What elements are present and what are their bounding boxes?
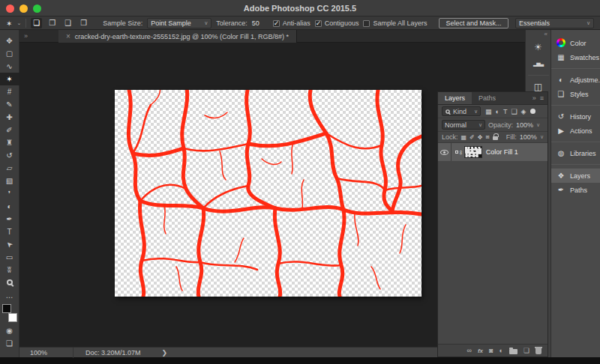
link-layers-icon[interactable]: ∞ — [467, 347, 472, 354]
filter-adjustment-layers-icon[interactable]: ◐ — [496, 108, 500, 115]
toolbar-overflow-icon[interactable]: » — [24, 32, 28, 40]
foreground-background-swatches[interactable] — [0, 303, 20, 323]
workspace-dropdown[interactable]: Essentials ∨ — [515, 18, 594, 28]
document-size-info: Doc: 3.20M/1.07M — [74, 349, 141, 357]
filter-type-layers-icon[interactable]: T — [503, 108, 508, 115]
select-and-mask-button[interactable]: Select and Mask... — [439, 18, 508, 28]
blend-mode-dropdown[interactable]: Normal ∨ — [442, 120, 485, 130]
sample-all-layers-checkbox[interactable]: Sample All Layers — [363, 19, 427, 27]
intersect-selection-button[interactable]: ❒ — [78, 18, 89, 28]
lock-image-icon[interactable]: ✐ — [470, 134, 475, 141]
lock-all-icon[interactable] — [493, 136, 498, 140]
dock-item-swatches[interactable]: ▦ Swatches — [551, 50, 600, 64]
edit-toolbar-button[interactable]: … — [0, 289, 20, 302]
layer-styles-icon[interactable]: fx — [478, 348, 483, 354]
histogram-icon[interactable]: ▂▅▃ — [533, 55, 543, 72]
add-layer-mask-icon[interactable]: ◙ — [489, 347, 493, 354]
filter-smart-objects-icon[interactable]: ◈ — [521, 108, 526, 115]
layer-mask-thumbnail[interactable] — [464, 146, 482, 158]
subtract-from-selection-button[interactable]: ❑ — [62, 18, 74, 28]
status-chevron-icon[interactable]: ❯ — [141, 349, 168, 357]
layer-row-color-fill-1[interactable]: ∞ Color Fill 1 — [438, 143, 548, 161]
rectangle-tool[interactable]: ▭ — [0, 251, 20, 264]
dock-item-libraries[interactable]: ◍ Libraries — [551, 146, 600, 160]
rectangular-marquee-tool[interactable]: ▢ — [0, 47, 20, 60]
blur-tool[interactable]: ❜ — [0, 187, 20, 200]
lock-transparency-icon[interactable]: ▦ — [461, 134, 467, 141]
chevron-down-icon[interactable]: ∨ — [536, 122, 540, 128]
dock-item-label: Layers — [570, 172, 590, 180]
panel-collapse-icon[interactable]: » — [532, 94, 536, 102]
lock-position-icon[interactable]: ✥ — [478, 134, 483, 141]
divider — [551, 142, 600, 142]
panel-menu-icon[interactable]: ≡ — [540, 94, 544, 102]
background-color-swatch[interactable] — [8, 313, 17, 322]
dock-item-paths[interactable]: ✒ Paths — [551, 183, 600, 197]
sun-icon[interactable]: ☀ — [534, 39, 542, 55]
sample-size-dropdown[interactable]: Point Sample ∨ — [147, 18, 212, 28]
foreground-color-swatch[interactable] — [2, 304, 11, 313]
lock-label: Lock: — [442, 133, 458, 141]
divider — [528, 75, 549, 76]
quick-mask-button[interactable]: ◉ — [0, 324, 20, 337]
title-bar: Adobe Photoshop CC 2015.5 — [0, 0, 600, 16]
history-brush-tool[interactable]: ↺ — [0, 149, 20, 162]
pen-tool[interactable]: ✒ — [0, 213, 20, 225]
dock-item-styles[interactable]: ❑ Styles — [551, 87, 600, 101]
lasso-tool[interactable]: ∿ — [0, 60, 20, 73]
document-tab[interactable]: × cracked-dry-earth-texture-2555152.jpg … — [58, 30, 297, 43]
new-layer-icon[interactable]: ❏ — [524, 347, 530, 354]
new-adjustment-layer-icon[interactable]: ◐ — [499, 347, 502, 354]
dock-item-adjustments[interactable]: ◐ Adjustme... — [551, 73, 600, 87]
paths-pen-icon: ✒ — [556, 186, 566, 194]
dock-item-actions[interactable]: ▶ Actions — [551, 124, 600, 138]
zoom-level-field[interactable]: 100% — [20, 348, 74, 358]
eraser-tool[interactable]: ▱ — [0, 162, 20, 175]
eyedropper-tool[interactable]: ✎ — [0, 98, 20, 111]
dodge-tool[interactable]: ◐ — [0, 200, 20, 213]
magic-wand-preset-icon[interactable]: ✶ — [6, 19, 12, 28]
tolerance-input[interactable]: 50 — [252, 19, 260, 27]
tab-paths[interactable]: Paths — [472, 92, 502, 104]
dock-item-color[interactable]: Color — [551, 36, 600, 50]
add-to-selection-button[interactable]: ❐ — [46, 18, 58, 28]
brush-tool[interactable]: ✐ — [0, 124, 20, 136]
clone-stamp-tool[interactable]: ♜ — [0, 136, 20, 149]
crop-tool[interactable]: # — [0, 85, 20, 98]
delete-layer-icon[interactable] — [536, 348, 542, 354]
spot-healing-brush-tool[interactable]: ✚ — [0, 111, 20, 124]
chevron-down-icon[interactable]: ∨ — [540, 134, 544, 140]
move-tool[interactable]: ✥ — [0, 34, 20, 47]
kind-filter-dropdown[interactable]: Kind ∨ — [442, 106, 481, 116]
screen-mode-button[interactable]: ❏ — [0, 337, 20, 350]
expand-panels-icon[interactable]: « — [544, 30, 550, 39]
filter-shape-layers-icon[interactable]: ❑ — [511, 108, 517, 115]
magic-wand-tool[interactable]: ✶ — [0, 73, 20, 85]
contiguous-checkbox[interactable]: Contiguous — [315, 19, 359, 27]
lock-fill-row: Lock: ▦ ✐ ✥ ⧈ Fill: 100% ∨ — [438, 132, 548, 143]
hand-tool[interactable]: ʬ — [0, 264, 20, 276]
gradient-tool[interactable]: ▧ — [0, 175, 20, 187]
canvas[interactable] — [115, 90, 422, 297]
close-tab-icon[interactable]: × — [66, 32, 70, 40]
type-tool[interactable]: T — [0, 225, 20, 238]
new-group-icon[interactable] — [509, 349, 518, 354]
dock-item-layers[interactable]: ❖ Layers — [551, 169, 600, 183]
new-selection-button[interactable]: ❏ — [31, 18, 42, 28]
dock-item-history[interactable]: ↺ History — [551, 109, 600, 124]
fill-value[interactable]: 100% — [520, 133, 537, 141]
layer-name[interactable]: Color Fill 1 — [486, 148, 518, 156]
path-selection-tool[interactable]: ➤ — [0, 238, 20, 251]
panel-dock: Color ▦ Swatches ◐ Adjustme... ❑ Styles … — [550, 30, 600, 357]
filter-toggle[interactable] — [530, 109, 536, 114]
layer-visibility-toggle[interactable] — [438, 143, 452, 161]
libraries-icon: ◍ — [556, 149, 566, 157]
fill-label: Fill: — [506, 133, 517, 141]
opacity-value[interactable]: 100% — [516, 121, 533, 129]
tab-layers[interactable]: Layers — [438, 92, 472, 104]
filter-pixel-layers-icon[interactable]: ▦ — [485, 108, 492, 115]
mask-link-icon[interactable]: ∞ — [458, 150, 464, 154]
lock-artboard-icon[interactable]: ⧈ — [485, 133, 489, 141]
zoom-tool[interactable] — [0, 276, 20, 289]
anti-alias-checkbox[interactable]: Anti-alias — [273, 19, 310, 27]
